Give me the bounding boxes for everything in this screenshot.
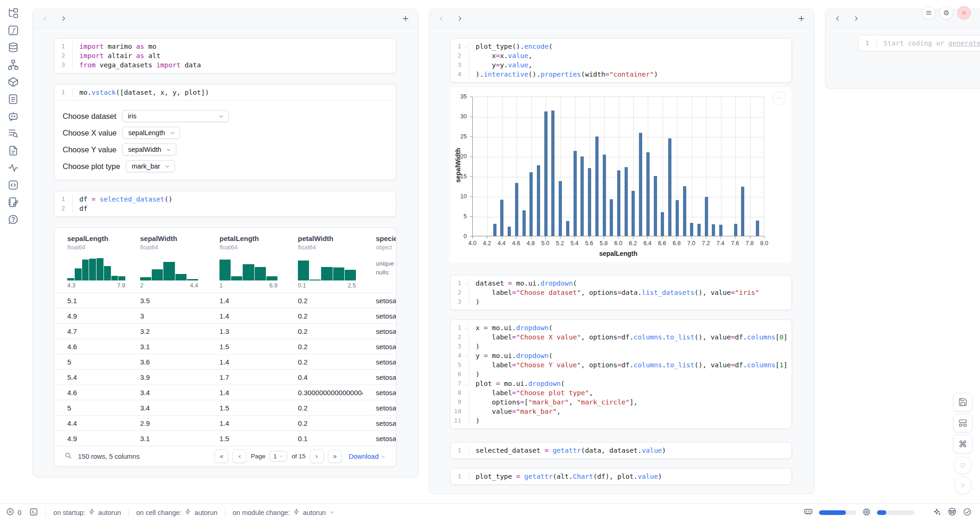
xy-plot-dropdowns-cell[interactable]: 1˅x = mo.ui.dropdown(2 label="Choose X v… [450,319,792,429]
on-module-change-toggle[interactable]: on module change: autorun [233,508,335,516]
dataset-dropdown-label: Choose dataset [63,112,116,121]
bar [574,151,577,236]
code-editor[interactable]: 1import marimo as mo2import altair as al… [54,39,396,73]
logs-scroll-icon[interactable] [6,92,19,105]
empty-cell[interactable]: 1 Start coding or generate with AI [858,35,980,52]
column-next-button[interactable] [457,15,463,22]
package-icon[interactable] [6,75,19,88]
table-row: 53.41.50.2setosa [54,400,396,415]
layout-toggle-button[interactable] [953,414,973,432]
last-page-button[interactable]: » [328,449,342,463]
dataset-select-value: iris [128,112,137,120]
code-editor[interactable]: 1˅x = mo.ui.dropdown(2 label="Choose X v… [451,320,792,429]
help-icon[interactable] [6,213,19,226]
vstack-cell[interactable]: 1mo.vstack([dataset, x, y, plot]) Choose… [54,84,396,180]
page-select[interactable]: 1 [270,451,288,462]
ram-icon [804,507,813,518]
bar [544,111,548,236]
on-cell-change-toggle[interactable]: on cell change: autorun [136,508,218,516]
search-tracebacks-icon[interactable] [6,127,19,140]
table-column-header[interactable]: petalWidthfloat640.12.5 [285,234,363,289]
snippets-file-icon[interactable] [6,144,19,157]
function-square-icon[interactable]: ƒ [6,24,19,37]
code-editor[interactable]: 1plot_type = getattr(alt.Chart(df), plot… [451,469,792,484]
prev-page-button[interactable]: ‹ [232,449,246,463]
bar [588,168,591,236]
add-cell-button[interactable] [402,15,409,22]
run-button[interactable] [954,476,972,494]
terminal-button[interactable] [29,508,38,518]
column-histogram [140,256,198,280]
code-editor[interactable]: 1˅plot_type().encode(2 x=x.value,3 y=y.v… [451,39,792,82]
table-row: 5.43.91.70.4setosa [54,369,396,384]
column-prev-button[interactable] [834,15,841,22]
table-row: 4.93.11.50.1setosa [54,430,396,446]
bar [529,172,533,236]
bar [493,224,496,236]
column-next-button[interactable] [60,15,67,22]
plot-type-cell[interactable]: 1plot_type = getattr(alt.Chart(df), plot… [450,468,792,485]
x-value-select[interactable]: sepalLength [122,127,180,139]
code-block-icon[interactable] [6,178,19,191]
chart-output[interactable]: 05101520253035 4.04.24.44.64.85.05.25.45… [450,87,791,262]
table-column-header[interactable]: speciesobjectuniquenulls: [363,234,396,289]
column-prev-button[interactable] [438,15,445,22]
notebook-menu-button[interactable] [922,6,935,20]
table-footer: 150 rows, 5 columns « ‹ Page 1 of 15 › » [54,446,396,466]
chart-menu-button[interactable] [772,91,786,105]
table-row: 53.61.40.2setosa [54,354,396,369]
next-page-button[interactable]: › [310,449,324,463]
dataset-dropdown-cell[interactable]: 1˅dataset = mo.ui.dropdown(2 label="Choo… [450,275,792,310]
y-value-select[interactable]: sepalWidth [122,143,176,156]
status-bar: 0 on startup: autorun on cell change: au… [0,503,980,521]
dataframe-table: sepalLengthfloat644.37.9sepalWidthfloat6… [54,228,396,467]
vstack-output: Choose dataset iris Choose X value sepal… [54,100,396,180]
code-placeholder-input[interactable]: Start coding or generate with AI [877,39,980,48]
shutdown-close-button[interactable] [957,6,971,20]
save-button[interactable] [953,393,973,411]
table-column-header[interactable]: sepalWidthfloat6424.4 [127,234,206,289]
bar [654,176,657,236]
file-explorer-icon[interactable] [6,7,19,20]
ai-chat-icon[interactable] [6,110,19,123]
code-editor[interactable]: 1˅dataset = mo.ui.dropdown(2 label="Choo… [451,275,792,310]
chevron-down-icon [165,164,170,169]
dependency-graph-icon[interactable] [6,58,19,71]
column-next-button[interactable] [853,15,859,22]
activity-icon[interactable] [6,161,19,174]
copilot-icon[interactable] [948,507,957,518]
settings-gear-icon[interactable]: ⚙ [940,6,953,20]
line-number: 1 [858,39,877,48]
errors-indicator[interactable]: 0 [6,508,21,517]
add-cell-button[interactable] [798,15,805,22]
code-editor[interactable]: 1selected_dataset = getattr(data, datase… [451,443,792,458]
scratchpad-icon[interactable] [6,195,19,208]
keyboard-shortcuts-button[interactable]: ⌘ [953,435,973,453]
connection-status-icon[interactable] [963,508,972,518]
search-icon[interactable] [64,452,72,461]
plot-type-select[interactable]: mark_bar [126,160,175,172]
chevron-down-icon [329,509,335,516]
first-page-button[interactable]: « [214,449,228,463]
code-editor[interactable]: 1mo.vstack([dataset, x, y, plot]) [54,85,396,100]
column-prev-button[interactable] [42,15,48,22]
df-cell[interactable]: 1df = selected_dataset()2df [54,191,396,217]
imports-cell[interactable]: 1import marimo as mo2import altair as al… [54,38,396,73]
download-button[interactable]: Download [349,453,386,460]
code-editor[interactable]: 1df = selected_dataset()2df [54,191,396,216]
table-row: 4.42.91.40.2setosa [54,415,396,430]
plot-area[interactable] [472,97,764,236]
on-startup-toggle[interactable]: on startup: autorun [53,508,121,516]
page-label: Page [251,453,265,460]
x-select-value: sepalLength [129,129,165,137]
plot-encode-cell[interactable]: 1˅plot_type().encode(2 x=x.value,3 y=y.v… [450,38,792,83]
table-column-header[interactable]: petalLengthfloat6416.9 [206,234,285,289]
database-icon[interactable] [6,41,19,54]
stop-button[interactable] [954,456,972,474]
selected-dataset-cell[interactable]: 1selected_dataset = getattr(data, datase… [450,442,792,459]
table-column-header[interactable]: sepalLengthfloat644.37.9 [54,234,127,289]
ai-sparkles-icon[interactable] [933,508,941,518]
dataset-select[interactable]: iris [122,110,229,122]
generate-link[interactable]: generate [948,39,980,47]
column-1-header [33,9,418,28]
